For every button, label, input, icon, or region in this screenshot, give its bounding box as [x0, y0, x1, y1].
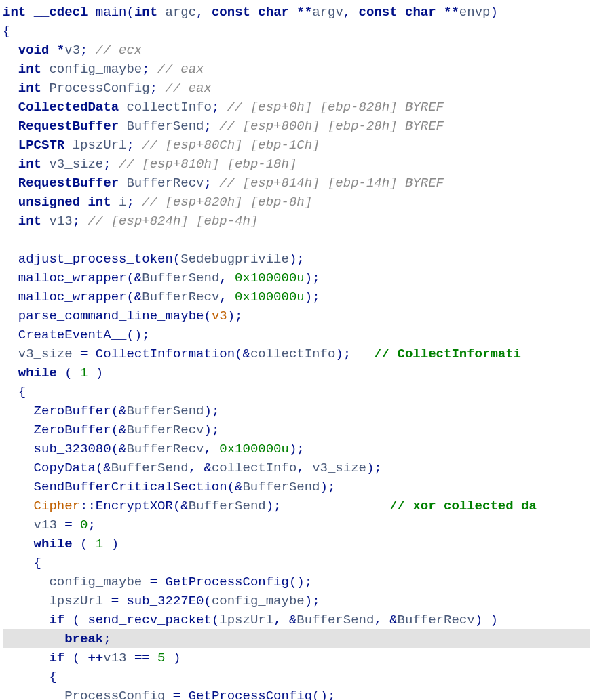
- code-line: ZeroBuffer(&BufferRecv);: [3, 423, 219, 438]
- code-line: RequestBuffer BufferRecv; // [esp+814h] …: [3, 176, 444, 191]
- code-line: {: [3, 385, 26, 400]
- kw-break: break: [64, 631, 103, 646]
- text-caret: [499, 631, 499, 646]
- var-config-maybe: config_maybe: [49, 62, 142, 77]
- code-line: {: [3, 556, 41, 570]
- code-line: while ( 1 ): [3, 537, 119, 551]
- var-process-config: ProcessConfig: [49, 81, 149, 96]
- code-line: parse_command_line_maybe(v3);: [3, 309, 243, 324]
- code-line: void *v3; // ecx: [3, 43, 142, 58]
- var-buffer-recv: BufferRecv: [126, 176, 204, 191]
- code-line: CollectedData collectInfo; // [esp+0h] […: [3, 100, 444, 115]
- code-line: int ProcessConfig; // eax: [3, 81, 212, 96]
- code-line: int v3_size; // [esp+810h] [ebp-18h]: [3, 157, 296, 172]
- code-line: SendBufferCriticalSection(&BufferSend);: [3, 480, 335, 494]
- var-lpszurl: lpszUrl: [73, 138, 127, 153]
- kw-int: int: [3, 5, 26, 20]
- kw-cdecl: __cdecl: [34, 5, 88, 20]
- code-line: malloc_wrapper(&BufferRecv, 0x100000u);: [3, 290, 320, 305]
- code-line: CreateEventA__();: [3, 328, 150, 343]
- code-line: {: [3, 24, 10, 39]
- var-v3: v3: [64, 43, 80, 58]
- var-v3-size: v3_size: [49, 157, 103, 172]
- code-line: unsigned int i; // [esp+820h] [ebp-8h]: [3, 195, 312, 210]
- code-line: int config_maybe; // eax: [3, 62, 204, 77]
- code-line: {: [3, 669, 57, 684]
- code-line: CopyData(&BufferSend, &collectInfo, v3_s…: [3, 461, 382, 475]
- var-v13: v13: [49, 214, 72, 229]
- code-line: lpszUrl = sub_3227E0(config_maybe);: [3, 594, 320, 608]
- code-line: adjust_process_token(Sedebugprivile);: [3, 252, 305, 267]
- code-line: int __cdecl main(int argc, const char **…: [3, 5, 498, 20]
- highlighted-line[interactable]: break;: [3, 629, 590, 648]
- var-collect-info: collectInfo: [126, 100, 211, 115]
- code-line: malloc_wrapper(&BufferSend, 0x100000u);: [3, 271, 320, 286]
- code-line: LPCSTR lpszUrl; // [esp+80Ch] [ebp-1Ch]: [3, 138, 320, 153]
- code-line: config_maybe = GetProcessConfig();: [3, 575, 312, 589]
- code-line: RequestBuffer BufferSend; // [esp+800h] …: [3, 119, 444, 134]
- code-line: ProcessConfig = GetProcessConfig();: [3, 688, 335, 700]
- code-line: v3_size = CollectInformation(&collectInf…: [3, 347, 521, 362]
- code-line: Cipher::EncryptXOR(&BufferSend); // xor …: [3, 499, 537, 513]
- var-buffer-send: BufferSend: [126, 119, 204, 134]
- code-line: int v13; // [esp+824h] [ebp-4h]: [3, 214, 258, 229]
- decompiler-code-view[interactable]: int __cdecl main(int argc, const char **…: [0, 0, 593, 700]
- code-line: ZeroBuffer(&BufferSend);: [3, 404, 219, 419]
- code-line: if ( send_recv_packet(lpszUrl, &BufferSe…: [3, 612, 498, 627]
- code-line: v13 = 0;: [3, 518, 96, 532]
- code-line: if ( ++v13 == 5 ): [3, 650, 180, 665]
- comment: // ecx: [96, 43, 142, 58]
- var-i: i: [119, 195, 126, 210]
- func-name: main: [96, 5, 127, 20]
- code-line: while ( 1 ): [3, 366, 103, 381]
- code-line: sub_323080(&BufferRecv, 0x100000u);: [3, 442, 305, 456]
